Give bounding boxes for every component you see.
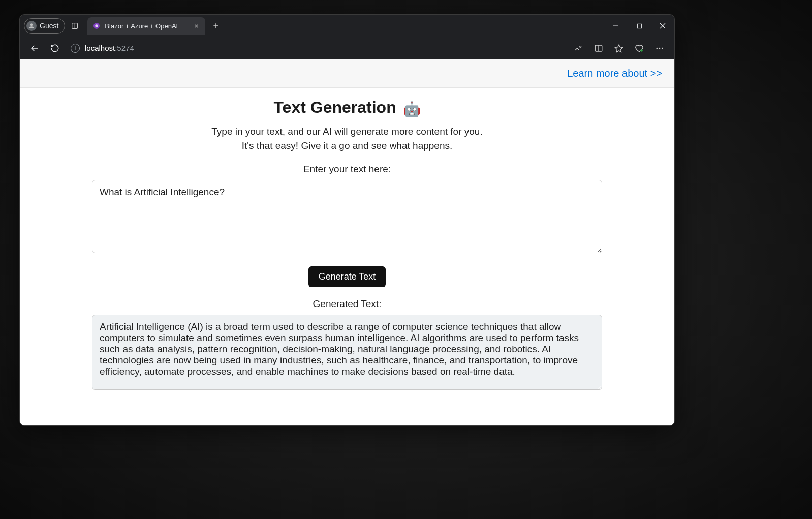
subtitle-line1: Type in your text, and our AI will gener… xyxy=(211,126,482,137)
page-title: Text Generation 🤖 xyxy=(20,98,674,117)
svg-rect-9 xyxy=(637,24,641,28)
svg-marker-15 xyxy=(615,45,623,52)
new-tab-button[interactable] xyxy=(207,17,225,35)
generate-button[interactable]: Generate Text xyxy=(308,266,386,287)
page-viewport[interactable]: Learn more about >> Text Generation 🤖 Ty… xyxy=(20,59,674,426)
window-controls xyxy=(604,15,674,37)
tab-favicon-icon xyxy=(92,22,101,30)
collections-icon[interactable] xyxy=(630,39,649,58)
window-close-button[interactable] xyxy=(651,15,674,37)
output-text[interactable] xyxy=(92,315,602,390)
prompt-input[interactable] xyxy=(92,180,602,253)
url-text: localhost:5274 xyxy=(85,44,134,52)
site-info-icon[interactable]: i xyxy=(71,44,80,53)
svg-point-16 xyxy=(640,49,643,52)
profile-label: Guest xyxy=(40,22,58,30)
main-content: Text Generation 🤖 Type in your text, and… xyxy=(20,88,674,412)
robot-icon: 🤖 xyxy=(403,101,421,117)
browser-tab[interactable]: Blazor + Azure + OpenAI xyxy=(87,17,205,35)
titlebar: Guest Blazor + Azure + OpenAI xyxy=(20,15,674,37)
refresh-button[interactable] xyxy=(45,39,65,58)
svg-point-17 xyxy=(656,47,658,49)
minimize-button[interactable] xyxy=(604,15,628,37)
url-port: :5274 xyxy=(115,44,134,52)
top-strip: Learn more about >> xyxy=(20,59,674,88)
more-menu-icon[interactable] xyxy=(650,39,669,58)
maximize-button[interactable] xyxy=(628,15,651,37)
subtitle-line2: It's that easy! Give it a go and see wha… xyxy=(242,140,453,151)
learn-more-link[interactable]: Learn more about >> xyxy=(567,68,662,79)
toolbar: i localhost:5274 xyxy=(20,37,674,59)
svg-point-18 xyxy=(659,47,661,49)
input-label: Enter your text here: xyxy=(20,164,674,175)
address-bar[interactable]: i localhost:5274 xyxy=(71,44,568,53)
profile-button[interactable]: Guest xyxy=(24,18,65,34)
toolbar-right-icons xyxy=(569,39,669,58)
split-screen-icon[interactable] xyxy=(589,39,608,58)
favorites-icon[interactable] xyxy=(609,39,629,58)
svg-rect-0 xyxy=(72,23,78,29)
tab-close-icon[interactable] xyxy=(192,22,200,30)
tab-title: Blazor + Azure + OpenAI xyxy=(105,22,178,30)
tab-actions-icon[interactable] xyxy=(65,16,84,36)
output-label: Generated Text: xyxy=(20,298,674,310)
back-button[interactable] xyxy=(25,39,44,58)
page-subtitle: Type in your text, and our AI will gener… xyxy=(20,125,674,152)
svg-point-3 xyxy=(96,24,98,27)
read-aloud-icon[interactable] xyxy=(569,39,588,58)
page-title-text: Text Generation xyxy=(273,98,400,116)
avatar-icon xyxy=(26,21,37,31)
url-host: localhost xyxy=(85,44,115,52)
svg-point-19 xyxy=(662,47,663,49)
browser-window: Guest Blazor + Azure + OpenAI xyxy=(19,14,675,426)
